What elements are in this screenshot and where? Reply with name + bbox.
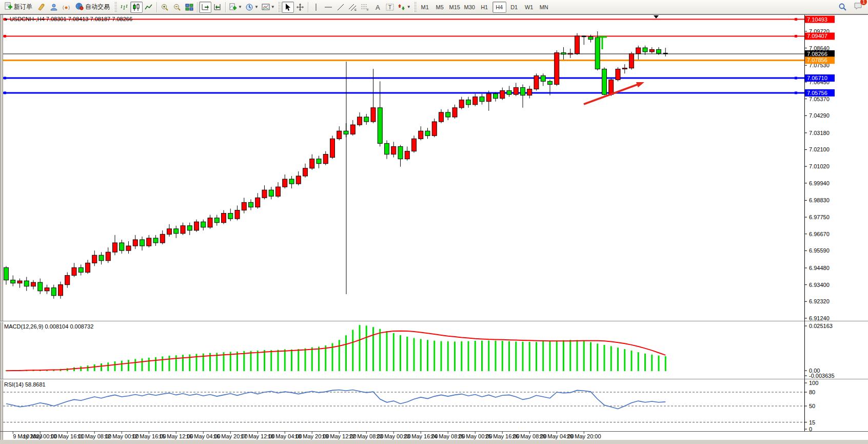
timeframe-button-h1[interactable]: H1 bbox=[478, 2, 491, 13]
svg-text:6.91240: 6.91240 bbox=[809, 315, 830, 321]
periods-button[interactable]: ▼ bbox=[244, 2, 260, 13]
autotrading-icon bbox=[75, 2, 84, 12]
periods-caret-icon: ▼ bbox=[254, 5, 259, 9]
svg-text:15: 15 bbox=[809, 419, 815, 426]
templates-caret-icon: ▼ bbox=[271, 5, 275, 9]
chisel-tool-icon[interactable] bbox=[35, 2, 48, 13]
arrows-tool-button[interactable]: ▼ bbox=[396, 2, 412, 13]
timeframe-button-m5[interactable]: M5 bbox=[433, 2, 447, 13]
profile-icon[interactable] bbox=[48, 2, 60, 13]
svg-text:7.09407: 7.09407 bbox=[807, 33, 827, 39]
timeframe-button-mn[interactable]: MN bbox=[537, 2, 551, 13]
indicators-caret-icon: ▼ bbox=[238, 5, 242, 9]
svg-text:7.08640: 7.08640 bbox=[809, 45, 830, 51]
candlestick-mode-button[interactable] bbox=[130, 2, 143, 13]
templates-button[interactable]: ▼ bbox=[260, 2, 277, 13]
timeframe-group: M1M5M15M30H1H4D1W1MN bbox=[418, 1, 551, 14]
svg-text:7.07856: 7.07856 bbox=[807, 57, 827, 63]
macd-indicator-label: MACD(12,26,9) 0.008104 0.008732 bbox=[4, 323, 93, 330]
chat-notification-badge: 1 bbox=[860, 0, 867, 5]
new-order-label: 新订单 bbox=[14, 3, 32, 11]
equidistant-channel-tool-button[interactable]: E bbox=[347, 2, 359, 13]
svg-text:6.97750: 6.97750 bbox=[809, 214, 830, 220]
svg-text:6.92320: 6.92320 bbox=[809, 298, 830, 304]
bar-chart-mode-button[interactable] bbox=[118, 2, 130, 13]
chart-symbol-title: ▼USDCNH-,H4 7.08301 7.08413 7.08187 7.08… bbox=[4, 16, 132, 22]
search-icon[interactable] bbox=[836, 2, 849, 13]
symbol-marker-icon: ▼ bbox=[4, 17, 8, 22]
svg-text:-0.003635: -0.003635 bbox=[809, 373, 835, 379]
svg-text:F: F bbox=[367, 8, 369, 11]
svg-text:80: 80 bbox=[809, 389, 815, 395]
chart-canvas[interactable]: 7.097207.086407.075307.064507.053707.042… bbox=[0, 0, 868, 444]
timeframe-button-d1[interactable]: D1 bbox=[507, 2, 521, 13]
zoom-in-button[interactable] bbox=[159, 2, 171, 13]
svg-text:7.10493: 7.10493 bbox=[807, 16, 827, 23]
svg-text:6.94480: 6.94480 bbox=[809, 265, 830, 271]
svg-text:6.93400: 6.93400 bbox=[809, 282, 830, 288]
timeframe-button-h4[interactable]: H4 bbox=[492, 2, 506, 13]
svg-text:7.05756: 7.05756 bbox=[807, 90, 827, 96]
svg-text:100: 100 bbox=[809, 380, 818, 386]
fibonacci-tool-button[interactable]: F bbox=[359, 2, 371, 13]
svg-text:0.025163: 0.025163 bbox=[809, 323, 833, 329]
svg-text:50: 50 bbox=[809, 403, 815, 409]
toolbar-grip bbox=[413, 2, 417, 12]
svg-text:7.05370: 7.05370 bbox=[809, 96, 830, 102]
auto-scroll-button[interactable] bbox=[199, 2, 211, 13]
crosshair-tool-button[interactable] bbox=[294, 2, 306, 13]
svg-text:6.98830: 6.98830 bbox=[809, 197, 830, 203]
svg-text:A: A bbox=[376, 4, 380, 11]
chart-shift-button[interactable] bbox=[211, 2, 224, 13]
svg-text:29 May 20:00: 29 May 20:00 bbox=[567, 433, 601, 439]
svg-text:7.06710: 7.06710 bbox=[807, 75, 827, 81]
horizontal-line-tool-button[interactable] bbox=[322, 2, 334, 13]
text-label-tool-button[interactable]: T bbox=[384, 2, 396, 13]
svg-text:7.03180: 7.03180 bbox=[809, 130, 830, 136]
chat-button[interactable]: 1 bbox=[854, 2, 863, 12]
svg-text:0: 0 bbox=[809, 426, 812, 432]
toolbar-grip bbox=[114, 2, 117, 12]
tile-windows-button[interactable] bbox=[183, 2, 195, 13]
text-tool-button[interactable]: A bbox=[371, 2, 384, 13]
svg-text:7.02100: 7.02100 bbox=[809, 146, 830, 152]
indicators-button[interactable]: ▼ bbox=[227, 2, 244, 13]
signal-icon[interactable] bbox=[60, 2, 72, 13]
timeframe-button-m30[interactable]: M30 bbox=[463, 2, 477, 13]
arrows-caret-icon: ▼ bbox=[407, 5, 411, 9]
autotrading-label: 自动交易 bbox=[85, 3, 110, 11]
rsi-indicator-label: RSI(14) 58.8681 bbox=[4, 381, 46, 388]
zoom-out-button[interactable] bbox=[171, 2, 183, 13]
svg-text:6.99940: 6.99940 bbox=[809, 180, 830, 186]
toolbar-grip bbox=[278, 2, 281, 12]
timeframe-button-w1[interactable]: W1 bbox=[522, 2, 536, 13]
svg-text:7.04290: 7.04290 bbox=[809, 112, 830, 119]
cursor-tool-button[interactable] bbox=[282, 2, 294, 13]
svg-text:6.95590: 6.95590 bbox=[809, 247, 830, 254]
autotrading-button[interactable]: 自动交易 bbox=[72, 2, 113, 13]
svg-text:7.08266: 7.08266 bbox=[807, 51, 827, 57]
timeframe-button-m1[interactable]: M1 bbox=[418, 2, 432, 13]
main-toolbar: 新订单 自动交易 bbox=[0, 0, 868, 14]
timeframe-button-m15[interactable]: M15 bbox=[448, 2, 462, 13]
svg-text:E: E bbox=[354, 8, 357, 11]
svg-text:6.96670: 6.96670 bbox=[809, 231, 830, 237]
line-chart-mode-button[interactable] bbox=[143, 2, 155, 13]
new-order-button[interactable]: 新订单 bbox=[1, 2, 35, 13]
vertical-line-tool-button[interactable] bbox=[310, 2, 322, 13]
svg-text:7.01020: 7.01020 bbox=[809, 163, 830, 169]
svg-text:T: T bbox=[388, 5, 391, 10]
new-order-icon bbox=[4, 2, 12, 12]
trendline-tool-button[interactable] bbox=[334, 2, 347, 13]
trading-terminal-window: 新订单 自动交易 bbox=[0, 0, 868, 444]
